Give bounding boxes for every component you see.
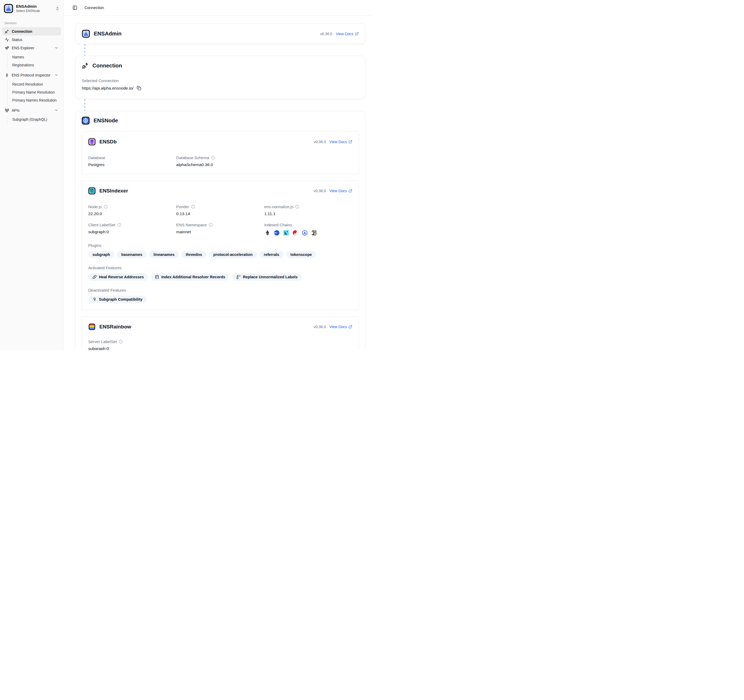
view-docs-label: View Docs xyxy=(336,32,353,36)
field-value: 0.13.14 xyxy=(176,211,264,216)
plugin-badge: lineanames xyxy=(149,251,179,258)
info-icon[interactable] xyxy=(104,205,108,209)
plugin-badge: protocol-acceleration xyxy=(209,251,257,258)
sidebar-item-label: Status xyxy=(12,37,22,42)
plugins-row: subgraph basenames lineanames threedns p… xyxy=(88,251,352,258)
activity-icon xyxy=(5,37,9,42)
info-icon[interactable] xyxy=(119,340,123,344)
feature-badge-heal-reverse-addresses: Heal Reverse Addresses xyxy=(88,273,148,281)
card-title: ENSNode xyxy=(94,118,118,124)
view-docs-label: View Docs xyxy=(329,140,347,144)
plug-zap-icon xyxy=(82,62,89,69)
ensindexer-card: ENSIndexer v0.36.0 View Docs Node.js xyxy=(82,180,359,310)
info-icon[interactable] xyxy=(117,223,121,227)
view-docs-label: View Docs xyxy=(329,325,347,329)
chevron-down-icon[interactable] xyxy=(54,73,58,77)
ens-diamond-icon xyxy=(5,73,9,77)
plug-zap-icon xyxy=(5,29,9,34)
field-database-schema: Database Schema alphaSchema0.36.0 xyxy=(176,155,264,167)
field-server-labelset: Server LabelSet subgraph:0 xyxy=(88,340,176,350)
ensdb-logo-icon xyxy=(88,138,96,146)
chevrons-up-down-icon[interactable] xyxy=(55,7,60,10)
sidebar-item-apis[interactable]: APIs xyxy=(2,106,61,114)
external-link-icon xyxy=(348,189,352,193)
ensnode-logo-icon xyxy=(82,116,90,125)
subgraph-icon xyxy=(92,297,97,301)
ensadmin-logo-icon xyxy=(82,30,90,38)
deactivated-features-row: Subgraph Compatibility xyxy=(88,296,352,303)
ensindexer-logo-icon xyxy=(88,187,96,195)
linea-chain-icon xyxy=(283,230,289,236)
sidebar-item-connection[interactable]: Connection xyxy=(2,27,61,36)
field-label: Ponder xyxy=(176,204,189,209)
deactivated-features-label: Deactivated Features xyxy=(88,288,352,292)
field-ponder: Ponder 0.13.14 xyxy=(176,204,264,216)
view-docs-link[interactable]: View Docs xyxy=(329,325,352,329)
sidebar-item-label: ENS Protocol Inspector xyxy=(12,73,51,77)
base-chain-icon xyxy=(274,230,280,236)
field-client-labelset: Client LabelSet subgraph:0 xyxy=(88,223,176,236)
feature-badge-replace-unnormalized-labels: Replace Unnormalized Labels xyxy=(232,273,302,281)
view-docs-link[interactable]: View Docs xyxy=(329,189,352,193)
ensrainbow-logo-icon xyxy=(88,323,96,331)
plugin-badge: subgraph xyxy=(88,251,114,258)
version-badge: v0.36.0 xyxy=(314,189,326,193)
sidebar-item-subgraph-graphql[interactable]: Subgraph (GraphQL) xyxy=(7,116,61,123)
field-nodejs: Node.js 22.20.0 xyxy=(88,204,176,216)
sidebar-item-status[interactable]: Status xyxy=(2,36,61,44)
info-icon[interactable] xyxy=(211,156,215,160)
pill-icon xyxy=(92,275,97,279)
telescope-icon xyxy=(5,46,9,50)
selected-connection-label: Selected Connection xyxy=(82,78,359,83)
field-label: Server LabelSet xyxy=(88,340,117,344)
info-icon[interactable] xyxy=(209,223,213,227)
field-value: subgraph:0 xyxy=(88,229,176,234)
feature-badge-subgraph-compatibility: Subgraph Compatibility xyxy=(88,296,147,303)
copy-icon xyxy=(137,86,141,90)
sidebar-toggle-button[interactable] xyxy=(73,5,77,10)
field-label: Node.js xyxy=(88,204,102,209)
view-docs-link[interactable]: View Docs xyxy=(329,140,352,144)
dashed-connector xyxy=(85,99,85,111)
field-indexed-chains: Indexed Chains xyxy=(264,223,352,236)
sidebar-item-label: Connection xyxy=(12,29,32,34)
field-label: Database xyxy=(88,155,176,160)
sidebar-app-titles: ENSAdmin Select ENSNode xyxy=(16,4,40,13)
sidebar-item-registrations[interactable]: Registrations xyxy=(7,61,61,69)
version-badge: v0.36.0 xyxy=(320,32,332,36)
scroll-chain-icon xyxy=(311,230,317,236)
sidebar-item-record-resolution[interactable]: Record Resolution xyxy=(7,80,61,88)
field-value: alphaSchema0.36.0 xyxy=(176,162,264,167)
field-value: mainnet xyxy=(176,229,264,234)
copy-url-button[interactable] xyxy=(136,85,142,91)
app-title: ENSAdmin xyxy=(16,4,40,9)
view-docs-label: View Docs xyxy=(329,189,347,193)
field-label: ens-normalize.js xyxy=(264,204,293,209)
info-icon[interactable] xyxy=(191,205,195,209)
content: ENSAdmin v0.36.0 View Docs Connection xyxy=(63,16,372,350)
field-label: Database Schema xyxy=(176,155,209,160)
sidebar-item-primary-name-resolution[interactable]: Primary Name Resolution xyxy=(7,88,61,96)
field-database: Database Postgres xyxy=(88,155,176,167)
ensnode-selector[interactable]: ENSAdmin Select ENSNode xyxy=(2,3,61,14)
ensadmin-logo-icon xyxy=(4,4,13,13)
card-title: Connection xyxy=(92,63,122,69)
view-docs-link[interactable]: View Docs xyxy=(336,32,359,36)
sidebar-item-primary-names-resolution[interactable]: Primary Names Resolution xyxy=(7,97,61,104)
chevron-down-icon[interactable] xyxy=(54,108,58,112)
sidebar-item-ens-protocol-inspector[interactable]: ENS Protocol Inspector xyxy=(2,71,61,79)
breadcrumb: Connection xyxy=(85,6,104,10)
plugin-badge: tokenscope xyxy=(286,251,316,258)
sidebar-item-ens-explorer[interactable]: ENS Explorer xyxy=(2,44,61,52)
topbar: Connection xyxy=(63,0,372,16)
info-icon[interactable] xyxy=(295,205,299,209)
version-badge: v0.36.0 xyxy=(314,325,326,329)
radio-tower-icon xyxy=(5,108,9,113)
threedns-chain-icon xyxy=(292,230,298,236)
plugin-badge: referrals xyxy=(260,251,284,258)
sidebar-item-names[interactable]: Names xyxy=(7,53,61,61)
card-title: ENSAdmin xyxy=(94,31,122,37)
activated-features-label: Activated Features xyxy=(88,265,352,270)
external-link-icon xyxy=(348,140,352,144)
chevron-down-icon[interactable] xyxy=(54,46,58,50)
